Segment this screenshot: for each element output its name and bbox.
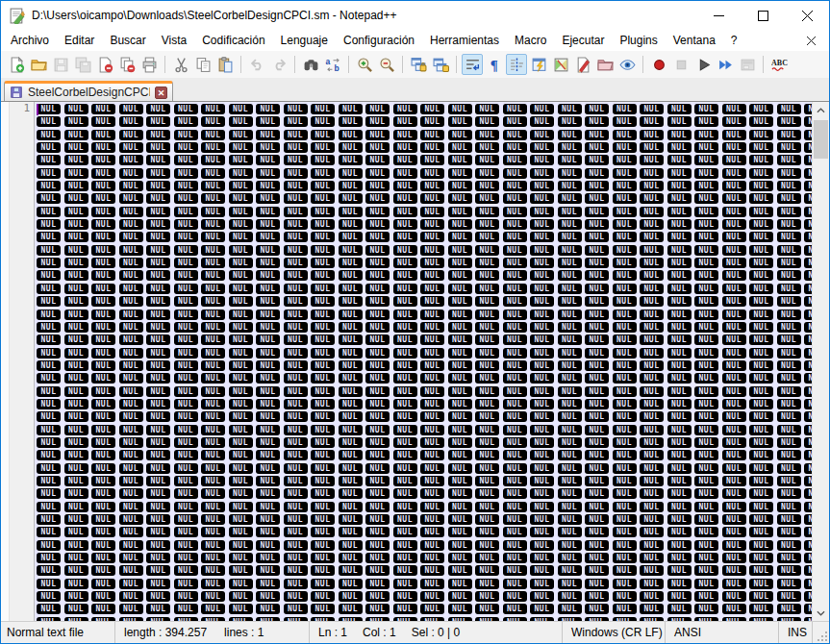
- show-all-characters-button[interactable]: ¶: [484, 54, 505, 75]
- nul-badge: NUL: [777, 502, 801, 512]
- nul-badge: NUL: [448, 373, 472, 384]
- scrollbar-thumb[interactable]: [814, 120, 828, 159]
- menu-item-ejecutar[interactable]: Ejecutar: [554, 31, 612, 50]
- nul-badge: NUL: [174, 284, 198, 294]
- text-editor[interactable]: NULNULNULNULNULNULNULNULNULNULNULNULNULN…: [35, 102, 812, 621]
- nul-badge: NUL: [722, 527, 746, 537]
- bookmark-margin[interactable]: [1, 102, 10, 621]
- nul-badge: NUL: [722, 579, 746, 589]
- status-doc-type: Normal text file: [1, 622, 114, 643]
- menu-item-help[interactable]: ?: [723, 31, 745, 50]
- copy-button[interactable]: [192, 54, 214, 75]
- nul-badge: NUL: [311, 399, 335, 409]
- nul-badge: NUL: [530, 296, 554, 307]
- nul-badge: NUL: [640, 270, 664, 281]
- nul-badge: NUL: [365, 322, 390, 333]
- maximize-button[interactable]: [741, 1, 785, 30]
- nul-badge: NUL: [229, 591, 253, 602]
- cut-button[interactable]: [170, 54, 191, 75]
- zoom-in-button[interactable]: [354, 54, 375, 75]
- word-wrap-button[interactable]: [462, 54, 483, 75]
- nul-badge: NUL: [804, 579, 812, 589]
- nul-badge: NUL: [530, 463, 554, 474]
- menu-item-codificacion[interactable]: Codificación: [194, 31, 272, 50]
- nul-badge: NUL: [585, 437, 609, 448]
- nul-badge: NUL: [448, 130, 472, 140]
- nul-badge: NUL: [91, 181, 115, 191]
- nul-badge: NUL: [613, 476, 637, 486]
- monitoring-eye-button[interactable]: [616, 54, 638, 75]
- tab-steelcorbeldesigncpci[interactable]: SteelCorbelDesignCPCI.sm ✕: [4, 81, 173, 101]
- menu-item-vista[interactable]: Vista: [154, 31, 194, 50]
- close-doc-button[interactable]: [94, 54, 115, 75]
- nul-badge: NUL: [777, 181, 801, 191]
- folder-workspace-button[interactable]: [594, 54, 616, 75]
- scroll-up-arrow-icon[interactable]: [813, 102, 829, 118]
- nul-badge: NUL: [749, 232, 773, 242]
- nul-badge: NUL: [256, 565, 280, 576]
- scroll-down-arrow-icon[interactable]: [813, 605, 829, 621]
- menu-item-editar[interactable]: Editar: [57, 31, 102, 50]
- close-all-docs-button[interactable]: [116, 54, 138, 75]
- macro-run-multiple-button[interactable]: [715, 54, 736, 75]
- sync-scroll-vertical-button[interactable]: [408, 54, 429, 75]
- menu-item-archivo[interactable]: Archivo: [3, 31, 57, 50]
- nul-badge: NUL: [64, 284, 88, 294]
- editor-text-row: NULNULNULNULNULNULNULNULNULNULNULNULNULN…: [37, 231, 812, 243]
- print-button[interactable]: [138, 54, 160, 75]
- vertical-scrollbar[interactable]: [812, 102, 829, 621]
- zoom-out-button[interactable]: [376, 54, 397, 75]
- spell-check-button[interactable]: ABC: [768, 54, 790, 75]
- paste-button[interactable]: [214, 54, 236, 75]
- editor-text-row: NULNULNULNULNULNULNULNULNULNULNULNULNULN…: [37, 359, 812, 372]
- menu-item-macro[interactable]: Macro: [507, 31, 554, 50]
- menu-item-plugins[interactable]: Plugins: [612, 31, 665, 50]
- function-list-button[interactable]: [550, 54, 571, 75]
- nul-badge: NUL: [311, 617, 335, 621]
- nul-badge: NUL: [448, 450, 472, 460]
- replace-button[interactable]: ab: [322, 54, 343, 75]
- menu-item-buscar[interactable]: Buscar: [102, 31, 153, 50]
- macro-play-button[interactable]: [692, 54, 714, 75]
- doc-edit-button[interactable]: [572, 54, 593, 75]
- nul-badge: NUL: [37, 232, 61, 242]
- nul-badge: NUL: [613, 193, 637, 204]
- status-encoding[interactable]: ANSI: [665, 622, 778, 643]
- close-button[interactable]: [785, 1, 829, 30]
- resize-grip[interactable]: [812, 622, 829, 643]
- status-insert-mode[interactable]: INS: [778, 622, 812, 643]
- menubar-close-button[interactable]: [804, 34, 817, 47]
- menu-item-lenguaje[interactable]: Lenguaje: [273, 31, 336, 50]
- title-bar[interactable]: D:\Users\oicampo\Downloads\SteelCorbelDe…: [1, 1, 829, 30]
- new-file-button[interactable]: [6, 54, 27, 75]
- nul-badge: NUL: [37, 553, 61, 563]
- nul-badge: NUL: [146, 399, 170, 409]
- status-eol-format[interactable]: Windows (CR LF): [562, 622, 665, 643]
- nul-badge: NUL: [37, 104, 61, 114]
- nul-badge: NUL: [530, 155, 554, 165]
- nul-badge: NUL: [777, 450, 801, 460]
- nul-badge: NUL: [339, 425, 363, 435]
- nul-badge: NUL: [174, 514, 198, 525]
- sync-scroll-horizontal-button[interactable]: [430, 54, 451, 75]
- indent-guide-button[interactable]: [506, 54, 527, 75]
- tab-close-button[interactable]: ✕: [155, 87, 167, 99]
- nul-badge: NUL: [558, 116, 582, 127]
- nul-badge: NUL: [558, 284, 582, 294]
- macro-record-button[interactable]: [648, 54, 669, 75]
- nul-badge: NUL: [201, 322, 225, 333]
- minimize-button[interactable]: [696, 1, 741, 30]
- menu-item-ventana[interactable]: Ventana: [666, 31, 723, 50]
- nul-badge: NUL: [640, 207, 664, 217]
- nul-badge: NUL: [284, 296, 308, 307]
- nul-badge: NUL: [530, 425, 554, 435]
- nul-badge: NUL: [91, 168, 115, 179]
- nul-badge: NUL: [640, 411, 664, 422]
- menu-item-herramientas[interactable]: Herramientas: [422, 31, 507, 50]
- nul-badge: NUL: [284, 476, 308, 486]
- doc-map-button[interactable]: [528, 54, 549, 75]
- nul-badge: NUL: [530, 104, 554, 114]
- find-button[interactable]: [300, 54, 321, 75]
- menu-item-configuracion[interactable]: Configuración: [336, 31, 422, 50]
- open-folder-button[interactable]: [28, 54, 49, 75]
